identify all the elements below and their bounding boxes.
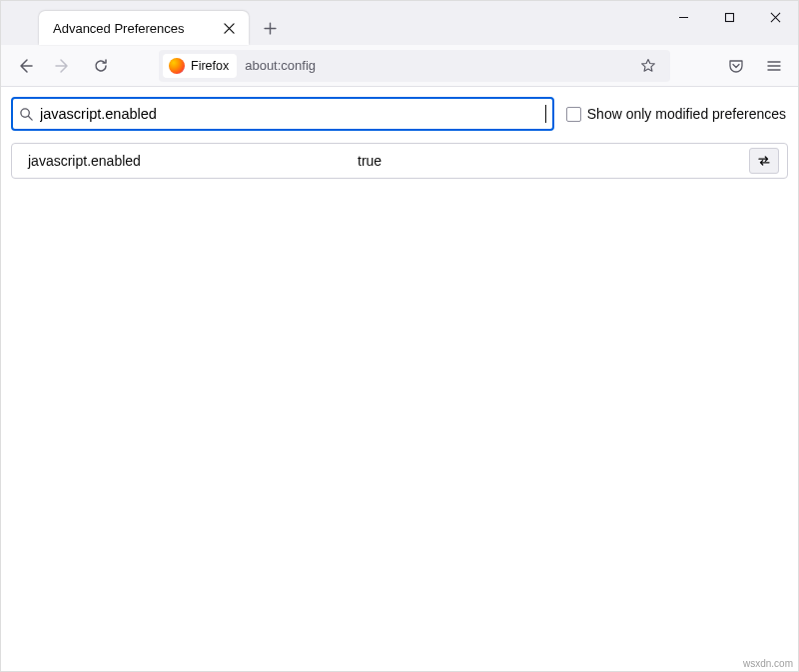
forward-button[interactable] [47, 50, 79, 82]
minimize-icon [678, 12, 689, 23]
tab-close-button[interactable] [219, 18, 239, 38]
checkbox-label-text: Show only modified preferences [587, 106, 786, 122]
pocket-icon [728, 58, 744, 74]
pref-name: javascript.enabled [28, 153, 358, 169]
tab-title: Advanced Preferences [53, 21, 219, 36]
close-icon [224, 23, 235, 34]
text-caret [545, 105, 546, 123]
window-minimize-button[interactable] [660, 1, 706, 33]
show-modified-checkbox[interactable]: Show only modified preferences [566, 106, 788, 122]
window-controls [660, 1, 798, 37]
svg-point-1 [21, 108, 29, 116]
hamburger-icon [766, 58, 782, 74]
pref-toggle-button[interactable] [749, 148, 779, 174]
firefox-logo-icon [169, 58, 185, 74]
pref-search-input[interactable] [34, 106, 549, 122]
toggle-icon [756, 153, 772, 169]
back-arrow-icon [17, 58, 33, 74]
window-maximize-button[interactable] [706, 1, 752, 33]
svg-rect-0 [725, 13, 733, 21]
titlebar: Advanced Preferences [1, 1, 798, 45]
search-row: Show only modified preferences [11, 97, 788, 131]
about-config-content: Show only modified preferences javascrip… [1, 87, 798, 656]
pocket-button[interactable] [720, 50, 752, 82]
maximize-icon [724, 12, 735, 23]
bookmark-button[interactable] [634, 52, 662, 80]
pref-value: true [358, 153, 749, 169]
navigation-toolbar: Firefox about:config [1, 45, 798, 87]
app-menu-button[interactable] [758, 50, 790, 82]
watermark: wsxdn.com [743, 658, 793, 669]
close-icon [770, 12, 781, 23]
forward-arrow-icon [55, 58, 71, 74]
plus-icon [264, 22, 277, 35]
reload-button[interactable] [85, 50, 117, 82]
identity-label: Firefox [191, 59, 229, 73]
back-button[interactable] [9, 50, 41, 82]
checkbox-icon [566, 107, 581, 122]
search-icon [19, 107, 34, 122]
url-bar[interactable]: Firefox about:config [159, 50, 670, 82]
new-tab-button[interactable] [255, 13, 285, 43]
star-icon [640, 58, 656, 74]
identity-box[interactable]: Firefox [163, 54, 237, 78]
reload-icon [93, 58, 109, 74]
url-text: about:config [245, 58, 634, 73]
pref-search-box[interactable] [11, 97, 554, 131]
pref-row[interactable]: javascript.enabled true [12, 144, 787, 178]
browser-tab[interactable]: Advanced Preferences [39, 11, 249, 45]
window-close-button[interactable] [752, 1, 798, 33]
pref-table: javascript.enabled true [11, 143, 788, 179]
